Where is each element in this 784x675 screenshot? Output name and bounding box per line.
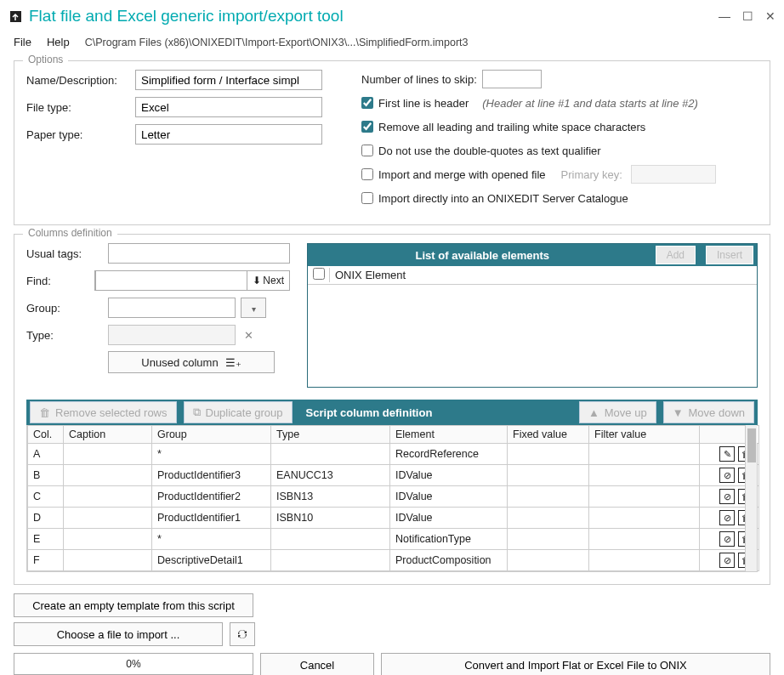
table-row[interactable]: DProductIdentifier1ISBN10IDValue⊘🗑 bbox=[28, 508, 759, 529]
close-button[interactable]: ✕ bbox=[765, 9, 775, 23]
table-row[interactable]: CProductIdentifier2ISBN13IDValue⊘🗑 bbox=[28, 486, 759, 508]
duplicate-group-button: ⧉ Duplicate group bbox=[184, 401, 293, 423]
arrow-down-icon: ⬇ bbox=[253, 275, 261, 286]
avail-body bbox=[308, 285, 757, 387]
refresh-button[interactable] bbox=[230, 622, 255, 646]
chevron-down-icon: ▼ bbox=[673, 406, 684, 419]
app-icon bbox=[9, 9, 22, 23]
find-input[interactable] bbox=[95, 270, 247, 291]
nodquote-label: Do not use the double-quotes as text qua… bbox=[378, 145, 601, 157]
remove-rows-button: 🗑 Remove selected rows bbox=[30, 401, 177, 423]
col-type[interactable]: Type bbox=[271, 426, 390, 444]
importmerge-label: Import and merge with opened file bbox=[378, 168, 546, 181]
window-title: Flat file and Excel generic import/expor… bbox=[29, 7, 719, 26]
minimize-button[interactable]: — bbox=[719, 9, 730, 23]
filetype-select[interactable]: Excel bbox=[135, 97, 322, 117]
validate-icon[interactable]: ⊘ bbox=[719, 489, 735, 504]
menu-file[interactable]: File bbox=[14, 36, 31, 48]
group-extra-button[interactable] bbox=[241, 298, 266, 318]
unused-column-button[interactable]: Unused column ☰₊ bbox=[108, 351, 275, 373]
chevron-up-icon: ▲ bbox=[588, 406, 599, 419]
importsrv-checkbox[interactable] bbox=[361, 192, 373, 204]
move-down-button: ▼ Move down bbox=[663, 401, 754, 423]
add-list-icon: ☰₊ bbox=[225, 356, 241, 369]
firstline-checkbox[interactable] bbox=[361, 97, 373, 109]
col-filter[interactable]: Filter value bbox=[589, 426, 700, 444]
importsrv-label: Import directly into an ONIXEDIT Server … bbox=[378, 192, 628, 205]
col-col[interactable]: Col. bbox=[28, 426, 64, 444]
firstline-hint: (Header at line #1 and data starts at li… bbox=[482, 97, 698, 110]
usual-select[interactable] bbox=[108, 243, 290, 264]
col-fixed[interactable]: Fixed value bbox=[508, 426, 589, 444]
trim-checkbox[interactable] bbox=[361, 121, 373, 133]
col-group[interactable]: Group bbox=[152, 426, 271, 444]
find-label: Find: bbox=[26, 275, 89, 287]
convert-button[interactable]: Convert and Import Flat or Excel File to… bbox=[381, 653, 770, 675]
create-template-button[interactable]: Create an empty template from this scrip… bbox=[14, 593, 253, 617]
validate-icon[interactable]: ⊘ bbox=[719, 468, 735, 483]
add-button: Add bbox=[656, 246, 696, 264]
col-element[interactable]: Element bbox=[390, 426, 508, 444]
avail-select-all-checkbox[interactable] bbox=[313, 268, 325, 280]
type-select bbox=[108, 325, 236, 345]
table-row[interactable]: BProductIdentifier3EANUCC13IDValue⊘🗑 bbox=[28, 465, 759, 486]
skip-label: Number of lines to skip: bbox=[361, 73, 477, 86]
usual-label: Usual tags: bbox=[26, 247, 103, 260]
coldef-legend: Columns definition bbox=[23, 227, 117, 239]
columns-grid[interactable]: Col. Caption Group Type Element Fixed va… bbox=[26, 425, 758, 572]
importmerge-checkbox[interactable] bbox=[361, 168, 373, 180]
progress-bar: 0% bbox=[14, 653, 253, 675]
options-legend: Options bbox=[23, 54, 68, 65]
trim-label: Remove all leading and trailing white sp… bbox=[378, 121, 645, 133]
group-select[interactable] bbox=[108, 298, 236, 318]
group-label: Group: bbox=[26, 302, 103, 315]
skip-input[interactable] bbox=[482, 70, 542, 88]
filetype-label: File type: bbox=[26, 101, 135, 114]
validate-icon[interactable]: ⊘ bbox=[719, 531, 735, 547]
primary-key-label: Primary key: bbox=[561, 168, 622, 181]
available-elements-panel: List of available elements Add Insert ON… bbox=[307, 243, 758, 388]
validate-icon[interactable]: ⊘ bbox=[719, 553, 735, 568]
move-up-button: ▲ Move up bbox=[579, 401, 656, 423]
menu-help[interactable]: Help bbox=[47, 36, 70, 48]
find-next-button[interactable]: ⬇ Next bbox=[247, 275, 289, 286]
trash-icon: 🗑 bbox=[39, 406, 50, 419]
clear-icon[interactable]: ✕ bbox=[244, 329, 253, 342]
choose-file-button[interactable]: Choose a file to import ... bbox=[14, 622, 223, 646]
avail-title: List of available elements bbox=[316, 249, 649, 262]
copy-icon: ⧉ bbox=[193, 406, 201, 419]
paper-select[interactable]: Letter bbox=[135, 124, 322, 145]
avail-col-header: ONIX Element bbox=[330, 269, 406, 281]
firstline-label: First line is header bbox=[378, 97, 469, 110]
col-caption[interactable]: Caption bbox=[64, 426, 152, 444]
edit-icon[interactable]: ✎ bbox=[719, 446, 735, 462]
titlebar: Flat file and Excel generic import/expor… bbox=[0, 0, 784, 32]
grid-toolbar: 🗑 Remove selected rows ⧉ Duplicate group… bbox=[26, 400, 758, 425]
insert-button: Insert bbox=[706, 246, 753, 264]
vertical-scrollbar[interactable] bbox=[745, 425, 757, 571]
nodquote-checkbox[interactable] bbox=[361, 145, 373, 156]
primary-key-select bbox=[631, 165, 716, 184]
maximize-button[interactable]: ☐ bbox=[742, 9, 753, 23]
type-label: Type: bbox=[26, 329, 103, 342]
cancel-button[interactable]: Cancel bbox=[260, 653, 374, 675]
table-row[interactable]: FDescriptiveDetail1ProductComposition⊘🗑 bbox=[28, 550, 759, 571]
paper-label: Paper type: bbox=[26, 128, 135, 141]
name-label: Name/Description: bbox=[26, 74, 135, 87]
options-fieldset: Options Name/Description: File type: Exc… bbox=[14, 60, 770, 225]
table-row[interactable]: E*NotificationType⊘🗑 bbox=[28, 529, 759, 550]
coldef-fieldset: Columns definition Usual tags: Find: ⬇ bbox=[14, 234, 770, 585]
filepath: C\Program Files (x86)\ONIXEDIT\Import-Ex… bbox=[85, 37, 469, 48]
name-input[interactable] bbox=[135, 70, 322, 90]
refresh-icon bbox=[236, 627, 249, 641]
script-col-def-label: Script column definition bbox=[306, 406, 433, 419]
grid-header-row: Col. Caption Group Type Element Fixed va… bbox=[28, 426, 759, 444]
table-row[interactable]: A*RecordReference✎🗑 bbox=[28, 444, 759, 465]
validate-icon[interactable]: ⊘ bbox=[719, 510, 735, 525]
